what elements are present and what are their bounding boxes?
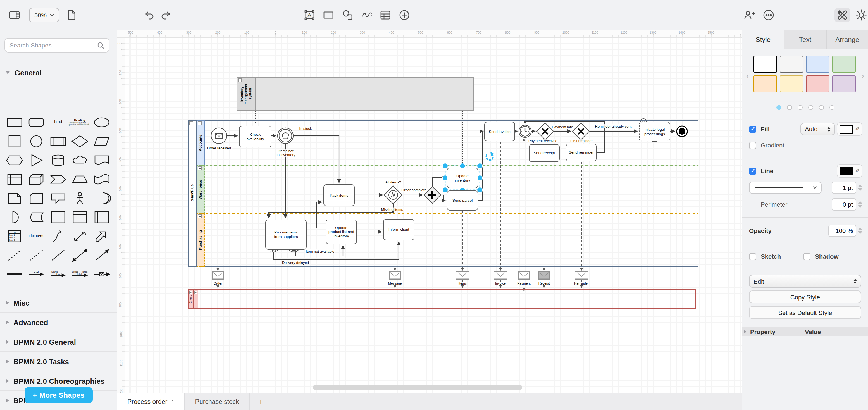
style-swatch-5[interactable] — [780, 75, 803, 92]
section-bpmn-2-0-general[interactable]: BPMN 2.0 General — [0, 332, 117, 351]
section-general[interactable]: General — [0, 63, 117, 82]
rectangle-tool[interactable] — [320, 8, 336, 22]
shape-or[interactable] — [91, 189, 112, 208]
page-tab-purchase-stock[interactable]: Purchase stock — [185, 393, 250, 410]
shape-arrow-source-target[interactable]: SourceLabelTarget — [69, 265, 91, 284]
shape-cloud[interactable] — [69, 151, 91, 170]
shape-list-item[interactable]: List Item — [25, 227, 47, 246]
shape-actor[interactable] — [69, 189, 91, 208]
section-bpmn-2-0-tasks[interactable]: BPMN 2.0 Tasks — [0, 351, 117, 371]
message-envelope-payment[interactable] — [518, 272, 530, 279]
shape-double-arrow[interactable] — [69, 246, 91, 265]
fill-checkbox[interactable] — [749, 125, 756, 133]
undo-button[interactable] — [141, 8, 156, 22]
task-inform-client[interactable]: Inform client — [383, 219, 414, 240]
opacity-input[interactable]: 100 % — [828, 225, 856, 237]
redo-button[interactable] — [159, 8, 174, 22]
shape-link-envelope[interactable] — [91, 265, 112, 284]
message-envelope-reminder[interactable] — [575, 272, 588, 279]
collapse-icon[interactable] — [238, 78, 242, 82]
shape-card[interactable] — [25, 189, 47, 208]
sketch-checkbox[interactable] — [749, 253, 756, 260]
shape-internal-storage[interactable] — [3, 170, 25, 189]
shape-horizontal-container[interactable] — [91, 208, 112, 227]
shape-dashed-line[interactable] — [3, 246, 25, 265]
table-tool[interactable] — [378, 8, 393, 22]
tab-text[interactable]: Text — [784, 30, 826, 49]
shape-rectangle[interactable] — [3, 113, 25, 132]
shape-triangle[interactable] — [25, 151, 47, 170]
style-swatch-1[interactable] — [780, 56, 803, 73]
task-initiate-legal-proceedings[interactable]: Initiate legal proceedings — [639, 122, 670, 141]
line-color-button[interactable]: ✐ — [837, 164, 862, 178]
collapse-icon[interactable] — [198, 121, 202, 125]
shape-and[interactable] — [3, 208, 25, 227]
shape-vertical-container[interactable] — [69, 208, 91, 227]
shape-link[interactable] — [3, 265, 25, 284]
shape-cylinder[interactable] — [47, 151, 69, 170]
horizontal-scrollbar[interactable] — [313, 385, 522, 390]
shape-list[interactable]: ListItem 1Item 2Item 3 — [3, 227, 25, 246]
line-checkbox[interactable] — [749, 167, 756, 175]
more-shapes-button[interactable]: + More Shapes — [25, 387, 93, 403]
collapse-icon[interactable] — [194, 291, 197, 294]
message-envelope-message[interactable] — [389, 272, 401, 279]
shape-parallelogram[interactable] — [91, 132, 112, 151]
lane-label-accounts[interactable]: Accounts — [196, 120, 205, 165]
shape-tape[interactable] — [91, 170, 112, 189]
pool-client[interactable] — [188, 289, 696, 309]
task-send-reminder[interactable]: Send reminder — [566, 144, 596, 161]
shape-container[interactable] — [47, 208, 69, 227]
edit-style-select[interactable]: Edit — [749, 275, 861, 288]
style-swatch-7[interactable] — [832, 75, 856, 92]
style-swatch-0[interactable] — [753, 56, 777, 73]
insert-tool[interactable] — [397, 8, 412, 22]
shape-diagonal-arrow[interactable] — [91, 227, 112, 246]
tab-arrange[interactable]: Arrange — [826, 30, 868, 49]
property-column[interactable]: Property — [742, 327, 800, 336]
shape-hexagon[interactable] — [3, 151, 25, 170]
sidebar-toggle-icon[interactable] — [7, 8, 22, 22]
set-default-style-button[interactable]: Set as Default Style — [749, 306, 861, 319]
design-tools-button[interactable] — [835, 8, 850, 22]
line-width-stepper[interactable] — [857, 182, 863, 194]
shape-line[interactable] — [47, 246, 69, 265]
task-update-inventory[interactable]: Update inventory — [447, 167, 478, 188]
lane-label-purchasing[interactable]: Purchasing — [196, 213, 205, 267]
shape-ellipse[interactable] — [91, 113, 112, 132]
shape-document[interactable] — [91, 151, 112, 170]
line-style-select[interactable] — [749, 182, 822, 194]
freehand-tool[interactable] — [359, 8, 374, 22]
section-misc[interactable]: Misc — [0, 293, 117, 312]
shape-bidirectional-arrow[interactable] — [69, 227, 91, 246]
shape-arrow-label[interactable]: Label — [25, 265, 47, 284]
shape-dotted-line[interactable] — [25, 246, 47, 265]
more-options-icon[interactable] — [761, 8, 776, 22]
shape-process[interactable] — [47, 132, 69, 151]
task-check-availability[interactable]: Check availability — [239, 126, 272, 148]
shape-text[interactable]: Text — [47, 113, 69, 132]
shape-curve[interactable] — [47, 227, 69, 246]
zoom-select[interactable]: 50% — [29, 8, 59, 22]
style-swatch-2[interactable] — [806, 56, 830, 73]
task-send-receipt[interactable]: Send receipt — [529, 144, 560, 162]
pool-inventory-system[interactable] — [237, 77, 474, 111]
preset-dot[interactable] — [776, 105, 781, 110]
task-send-parcel[interactable]: Send parcel — [447, 190, 478, 211]
shape-cube[interactable] — [25, 170, 47, 189]
shape-diamond[interactable] — [69, 132, 91, 151]
page-tab-process-order[interactable]: Process order ⌃ — [117, 393, 185, 410]
shape-circle[interactable] — [25, 132, 47, 151]
page-icon[interactable] — [64, 8, 79, 22]
preset-dot[interactable] — [808, 105, 813, 110]
collapse-icon[interactable] — [198, 166, 202, 170]
preset-dot[interactable] — [787, 105, 792, 110]
task-pack-items[interactable]: Pack items — [323, 184, 355, 206]
text-tool[interactable]: A — [302, 8, 317, 22]
tab-style[interactable]: Style — [742, 30, 784, 49]
add-page-button[interactable]: + — [250, 393, 272, 410]
shape-rounded-rectangle[interactable] — [25, 113, 47, 132]
line-width-input[interactable]: 1 pt — [832, 182, 856, 194]
shape-data-storage[interactable] — [25, 208, 47, 227]
shape-step[interactable] — [47, 170, 69, 189]
